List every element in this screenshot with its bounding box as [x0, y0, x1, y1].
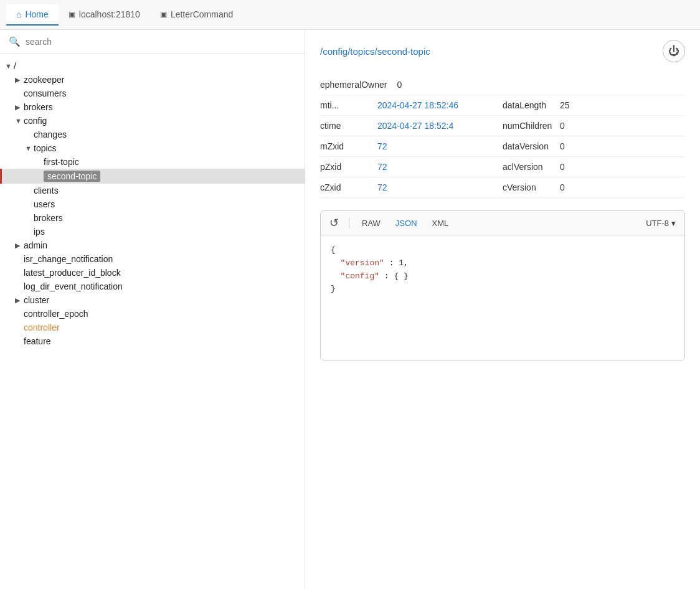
- meta-val: 0: [397, 80, 402, 90]
- code-toolbar: ↻ RAW JSON XML UTF-8 ▾: [321, 211, 684, 235]
- path-link[interactable]: /config/topics/second-topic: [320, 46, 430, 57]
- meta-row-pzxid: pZxid 72 aclVersion 0: [320, 157, 685, 177]
- meta-left-mzxid: mZxid 72: [320, 141, 503, 151]
- meta-right-datalength: dataLength 25: [503, 100, 685, 110]
- meta-key-dataversion: dataVersion: [503, 141, 552, 151]
- tree-item-first-topic[interactable]: first-topic: [0, 155, 305, 169]
- code-body: { "version" : 1, "config" : { } }: [321, 235, 684, 360]
- item-label: first-topic: [44, 157, 79, 167]
- tree-item-isr[interactable]: isr_change_notification: [0, 252, 305, 266]
- arrow-icon: ▶: [15, 296, 24, 304]
- arrow-icon: ▶: [15, 76, 24, 84]
- meta-right-cversion: cVersion 0: [503, 182, 685, 192]
- item-label: ips: [34, 227, 45, 237]
- arrow-icon: ▼: [25, 144, 34, 152]
- format-xml-button[interactable]: XML: [430, 217, 452, 229]
- meta-row-czxid: cZxid 72 cVersion 0: [320, 177, 685, 198]
- tree-item-controller-epoch[interactable]: controller_epoch: [0, 307, 305, 321]
- meta-row-mti: mti... 2024-04-27 18:52:46 dataLength 25: [320, 95, 685, 116]
- tree-item-cluster[interactable]: ▶ cluster: [0, 293, 305, 307]
- item-label: topics: [34, 143, 57, 153]
- meta-key-mti: mti...: [320, 100, 370, 110]
- tree-item-users[interactable]: users: [0, 197, 305, 211]
- tree-item-log-dir[interactable]: log_dir_event_notification: [0, 280, 305, 293]
- format-json-button[interactable]: JSON: [393, 217, 420, 229]
- tree-item-admin[interactable]: ▶ admin: [0, 238, 305, 252]
- meta-left-pzxid: pZxid 72: [320, 162, 503, 172]
- tree-item-feature[interactable]: feature: [0, 334, 305, 348]
- terminal-icon: ▣: [69, 10, 75, 19]
- home-icon: ⌂: [16, 9, 21, 19]
- meta-val-cversion: 0: [560, 182, 565, 192]
- tree-item-brokers-config[interactable]: brokers: [0, 211, 305, 225]
- tree-item-second-topic[interactable]: second-topic: [0, 169, 305, 184]
- tab-lettercommand[interactable]: ▣ LetterCommand: [150, 4, 243, 26]
- tree-item-latest-producer[interactable]: latest_producer_id_block: [0, 266, 305, 280]
- path-header: /config/topics/second-topic ⏻: [320, 40, 685, 62]
- tree-item-consumers[interactable]: consumers: [0, 87, 305, 100]
- item-label: feature: [24, 336, 51, 346]
- item-label: latest_producer_id_block: [24, 268, 121, 278]
- code-line-3: "config" : { }: [331, 271, 409, 281]
- item-label: controller_epoch: [24, 309, 88, 319]
- meta-val-czxid: 72: [377, 182, 387, 192]
- meta-key-cversion: cVersion: [503, 182, 552, 192]
- meta-row-ephemeral: ephemeralOwner 0: [320, 75, 685, 95]
- meta-left-ephemeral: ephemeralOwner 0: [320, 80, 503, 90]
- item-label: config: [24, 116, 47, 126]
- item-label: users: [34, 199, 55, 209]
- terminal2-icon: ▣: [160, 10, 167, 19]
- meta-right-aclversion: aclVersion 0: [503, 162, 685, 172]
- meta-val-datalength: 25: [560, 100, 570, 110]
- meta-key-ctime: ctime: [320, 121, 370, 131]
- tree-item-root[interactable]: ▼ /: [0, 59, 305, 73]
- meta-left-ctime: ctime 2024-04-27 18:52:4: [320, 121, 503, 131]
- tree-item-topics[interactable]: ▼ topics: [0, 141, 305, 155]
- item-label-selected: second-topic: [44, 171, 100, 182]
- meta-val-aclversion: 0: [560, 162, 565, 172]
- meta-key: ephemeralOwner: [320, 80, 387, 90]
- refresh-button[interactable]: ↻: [329, 216, 339, 230]
- encoding-label: UTF-8: [646, 219, 669, 228]
- search-icon: 🔍: [9, 36, 21, 47]
- tab-localhost[interactable]: ▣ localhost:21810: [59, 4, 150, 26]
- format-raw-button[interactable]: RAW: [359, 217, 383, 229]
- main-layout: 🔍 ▼ / ▶ zookeeper consumers ▶ brokers: [0, 30, 700, 589]
- tab-home-label: Home: [25, 9, 48, 19]
- tree-item-config[interactable]: ▼ config: [0, 114, 305, 128]
- power-button[interactable]: ⏻: [663, 40, 685, 62]
- meta-key-datalength: dataLength: [503, 100, 552, 110]
- search-input[interactable]: [26, 37, 296, 47]
- meta-val-ctime: 2024-04-27 18:52:4: [377, 121, 453, 131]
- tree-item-changes[interactable]: changes: [0, 128, 305, 141]
- tab-localhost-label: localhost:21810: [79, 9, 140, 19]
- code-line-4: }: [331, 284, 336, 293]
- tree-item-clients[interactable]: clients: [0, 184, 305, 197]
- meta-val-numchildren: 0: [560, 121, 565, 131]
- meta-val-pzxid: 72: [377, 162, 387, 172]
- encoding-select[interactable]: UTF-8 ▾: [646, 219, 676, 228]
- item-label: consumers: [24, 88, 66, 98]
- chevron-down-icon: ▾: [671, 219, 676, 228]
- meta-right-dataversion: dataVersion 0: [503, 141, 685, 151]
- item-label: clients: [34, 186, 59, 196]
- item-label: brokers: [34, 213, 63, 223]
- item-label: isr_change_notification: [24, 254, 113, 264]
- item-label: admin: [24, 240, 47, 250]
- meta-key-czxid: cZxid: [320, 182, 370, 192]
- tab-home[interactable]: ⌂ Home: [6, 4, 59, 26]
- tree-item-brokers[interactable]: ▶ brokers: [0, 100, 305, 114]
- meta-left-mti: mti... 2024-04-27 18:52:46: [320, 100, 503, 110]
- code-line-2: "version" : 1,: [331, 258, 409, 268]
- tree-item-zookeeper[interactable]: ▶ zookeeper: [0, 73, 305, 87]
- meta-val-dataversion: 0: [560, 141, 565, 151]
- meta-right-empty: [503, 80, 685, 90]
- tab-bar: ⌂ Home ▣ localhost:21810 ▣ LetterCommand: [0, 0, 700, 30]
- code-panel: ↻ RAW JSON XML UTF-8 ▾ { "version" : 1, …: [320, 210, 685, 360]
- meta-key-aclversion: aclVersion: [503, 162, 552, 172]
- item-label-controller: controller: [24, 323, 60, 332]
- item-label: log_dir_event_notification: [24, 281, 123, 291]
- tree-item-ips[interactable]: ips: [0, 225, 305, 238]
- meta-key-mzxid: mZxid: [320, 141, 370, 151]
- tree-item-controller[interactable]: controller: [0, 321, 305, 334]
